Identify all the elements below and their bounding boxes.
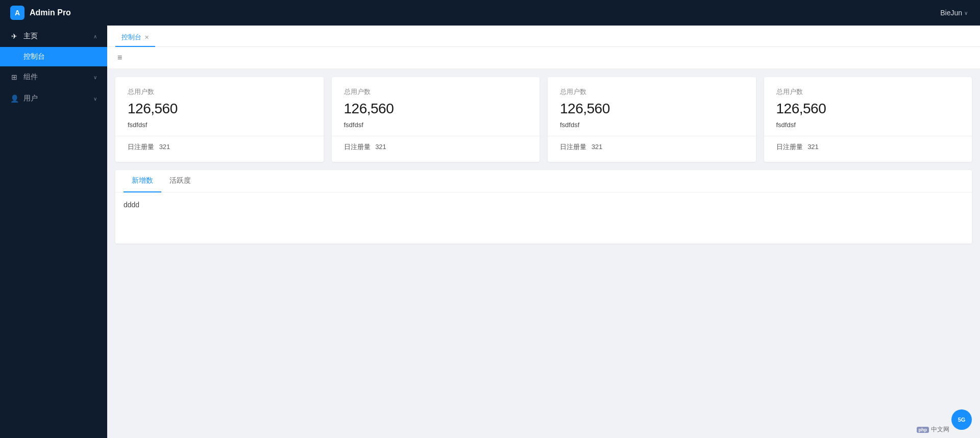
tab-dashboard-label: 控制台 xyxy=(121,33,141,42)
sidebar-item-users-left: 👤 用户 xyxy=(10,94,38,103)
stat-value-3: 126,560 xyxy=(560,101,744,117)
stat-label-4: 总用户数 xyxy=(776,87,960,96)
sidebar-item-home-label: 主页 xyxy=(23,32,38,41)
top-header: A Admin Pro BieJun ∨ xyxy=(0,0,980,26)
stat-desc-4: fsdfdsf xyxy=(776,121,960,129)
stat-footer-4: 日注册量 321 xyxy=(776,142,960,152)
stat-footer-count-3: 321 xyxy=(592,143,603,151)
chart-content: dddd xyxy=(124,201,139,209)
sidebar-item-dashboard-label: 控制台 xyxy=(23,52,45,60)
stat-desc-3: fsdfdsf xyxy=(560,121,744,129)
app-title: Admin Pro xyxy=(30,8,71,17)
stat-footer-label-3: 日注册量 xyxy=(560,143,586,151)
chevron-down-icon: ∨ xyxy=(964,10,968,16)
stat-footer-count-4: 321 xyxy=(807,143,819,151)
chart-body: dddd xyxy=(115,192,972,244)
chart-tabs: 新增数 活跃度 xyxy=(115,170,972,192)
stat-footer-2: 日注册量 321 xyxy=(344,142,528,152)
stat-label-3: 总用户数 xyxy=(560,87,744,96)
stat-label-2: 总用户数 xyxy=(344,87,528,96)
main-layout: ✈ 主页 ∧ 控制台 ⊞ 组件 ∨ 👤 用户 ∨ xyxy=(0,26,980,438)
stat-footer-label-4: 日注册量 xyxy=(776,143,803,151)
badge-text: 5G xyxy=(958,417,966,423)
stat-card-4: 总用户数 126,560 fsdfdsf 日注册量 321 xyxy=(764,77,972,162)
stat-card-2: 总用户数 126,560 fsdfdsf 日注册量 321 xyxy=(332,77,540,162)
stat-footer-1: 日注册量 321 xyxy=(128,142,311,152)
stat-footer-3: 日注册量 321 xyxy=(560,142,744,152)
toolbar: ≡ xyxy=(107,47,980,69)
tabs-bar: 控制台 ✕ xyxy=(107,26,980,47)
main-content: 总用户数 126,560 fsdfdsf 日注册量 321 总用户数 126,5… xyxy=(107,69,980,438)
php-site-label: 中文网 xyxy=(931,425,949,434)
home-icon: ✈ xyxy=(10,32,18,40)
sidebar-item-home[interactable]: ✈ 主页 ∧ xyxy=(0,26,107,47)
stat-footer-label-2: 日注册量 xyxy=(344,143,371,151)
tab-dashboard[interactable]: 控制台 ✕ xyxy=(115,29,155,47)
components-chevron-icon: ∨ xyxy=(93,75,97,80)
content-area: 控制台 ✕ ≡ 总用户数 126,560 fsdfdsf 日注册量 321 xyxy=(107,26,980,438)
chart-tab-new[interactable]: 新增数 xyxy=(124,170,161,192)
sidebar-item-users[interactable]: 👤 用户 ∨ xyxy=(0,88,107,109)
components-icon: ⊞ xyxy=(10,73,18,81)
stat-card-1: 总用户数 126,560 fsdfdsf 日注册量 321 xyxy=(115,77,324,162)
stat-divider-4 xyxy=(764,136,972,136)
sidebar-item-components-left: ⊞ 组件 xyxy=(10,72,38,82)
logo-icon: A xyxy=(10,6,24,20)
stats-row: 总用户数 126,560 fsdfdsf 日注册量 321 总用户数 126,5… xyxy=(115,77,972,162)
users-chevron-icon: ∨ xyxy=(93,96,97,102)
stat-desc-1: fsdfdsf xyxy=(128,121,311,129)
sidebar-item-home-left: ✈ 主页 xyxy=(10,32,38,41)
stat-desc-2: fsdfdsf xyxy=(344,121,528,129)
user-menu[interactable]: BieJun ∨ xyxy=(940,9,980,17)
collapse-icon[interactable]: ≡ xyxy=(115,51,124,64)
tab-close-icon[interactable]: ✕ xyxy=(144,35,149,40)
sidebar-item-dashboard[interactable]: 控制台 xyxy=(0,47,107,66)
stat-label-1: 总用户数 xyxy=(128,87,311,96)
chart-tab-activity[interactable]: 活跃度 xyxy=(161,170,199,192)
stat-divider-2 xyxy=(332,136,540,136)
stat-value-1: 126,560 xyxy=(128,101,311,117)
sidebar-item-components[interactable]: ⊞ 组件 ∨ xyxy=(0,66,107,88)
stat-divider-3 xyxy=(548,136,756,136)
php-logo: php xyxy=(917,427,929,433)
php-badge[interactable]: php 中文网 xyxy=(917,425,950,434)
stat-value-4: 126,560 xyxy=(776,101,960,117)
stat-footer-count-2: 321 xyxy=(375,143,386,151)
chart-section: 新增数 活跃度 dddd xyxy=(115,170,972,244)
logo-area: A Admin Pro xyxy=(0,6,107,20)
stat-value-2: 126,560 xyxy=(344,101,528,117)
sidebar: ✈ 主页 ∧ 控制台 ⊞ 组件 ∨ 👤 用户 ∨ xyxy=(0,26,107,438)
users-icon: 👤 xyxy=(10,94,18,103)
stat-footer-count-1: 321 xyxy=(159,143,170,151)
stat-card-3: 总用户数 126,560 fsdfdsf 日注册量 321 xyxy=(548,77,756,162)
username-label: BieJun xyxy=(940,9,962,17)
stat-divider-1 xyxy=(115,136,324,136)
sidebar-item-users-label: 用户 xyxy=(23,94,38,103)
stat-footer-label-1: 日注册量 xyxy=(128,143,154,151)
home-chevron-icon: ∧ xyxy=(93,34,97,39)
bottom-badge[interactable]: 5G xyxy=(951,409,972,430)
sidebar-item-components-label: 组件 xyxy=(23,72,38,82)
